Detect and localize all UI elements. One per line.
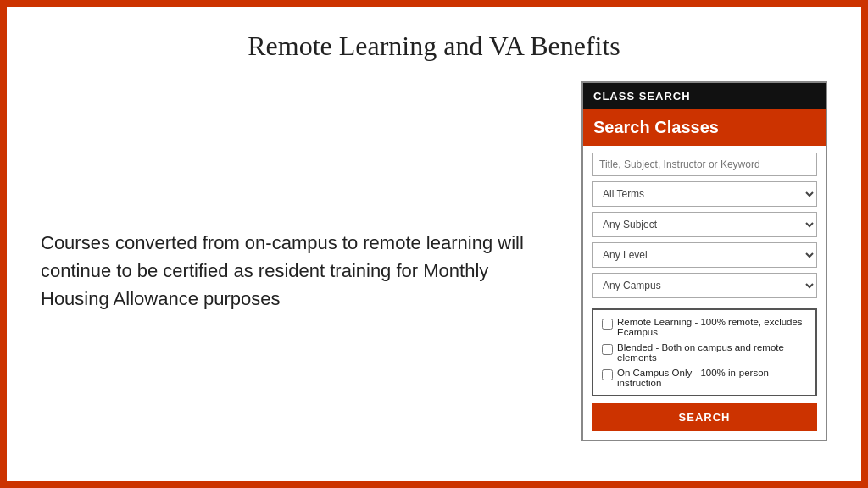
keyword-search-input[interactable] [592,152,817,176]
blended-label: Blended - Both on campus and remote elem… [617,342,807,363]
search-button-row: SEARCH [583,403,826,440]
level-select[interactable]: Any Level [592,242,817,268]
slide-container: Remote Learning and VA Benefits Courses … [0,0,868,488]
class-search-widget: CLASS SEARCH Search Classes All Terms An… [581,81,827,441]
blended-checkbox[interactable] [602,344,613,355]
left-content: Courses converted from on-campus to remo… [41,77,556,464]
remote-learning-label: Remote Learning - 100% remote, excludes … [617,317,807,337]
subject-select[interactable]: Any Subject [592,212,817,237]
on-campus-checkbox[interactable] [602,369,613,380]
blended-checkbox-label[interactable]: Blended - Both on campus and remote elem… [602,342,807,363]
search-button[interactable]: SEARCH [592,403,817,431]
on-campus-checkbox-label[interactable]: On Campus Only - 100% in-person instruct… [602,368,807,388]
left-text: Courses converted from on-campus to remo… [41,229,548,313]
remote-learning-checkbox[interactable] [602,319,613,330]
slide-title: Remote Learning and VA Benefits [7,7,861,77]
campus-select[interactable]: Any Campus [592,273,817,298]
right-content: CLASS SEARCH Search Classes All Terms An… [581,77,827,464]
remote-learning-checkbox-label[interactable]: Remote Learning - 100% remote, excludes … [602,317,807,337]
widget-body: All Terms Any Subject Any Level Any Camp… [583,146,826,396]
slide-body: Courses converted from on-campus to remo… [7,77,861,481]
widget-header: CLASS SEARCH [583,83,826,109]
widget-title: Search Classes [583,109,826,146]
terms-select[interactable]: All Terms [592,181,817,207]
checkboxes-section: Remote Learning - 100% remote, excludes … [592,308,817,396]
on-campus-label: On Campus Only - 100% in-person instruct… [617,368,807,388]
